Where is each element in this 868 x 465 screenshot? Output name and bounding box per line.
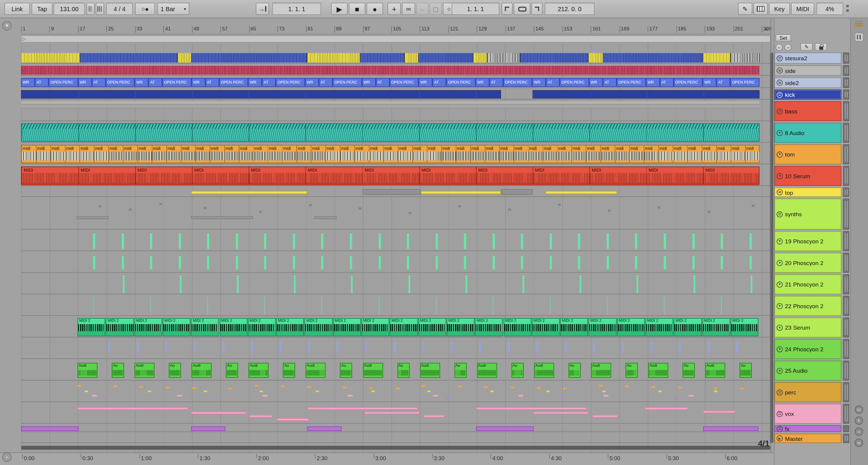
clip[interactable] — [249, 415, 272, 418]
clip[interactable]: WR — [134, 78, 149, 87]
clip[interactable] — [592, 415, 618, 418]
clip[interactable] — [21, 105, 760, 108]
set-locator-button[interactable]: Set — [776, 34, 791, 42]
clip[interactable]: AT — [546, 78, 560, 87]
time-ruler[interactable]: 0:000:301:001:302:002:303:003:304:004:30… — [0, 452, 868, 465]
clip[interactable]: WR — [191, 78, 205, 87]
clip[interactable] — [76, 216, 108, 219]
clip[interactable]: MIDI 2 — [163, 318, 190, 336]
clip[interactable]: OPEN PERC — [617, 78, 646, 87]
clip[interactable]: Audi — [134, 363, 155, 378]
stop-button[interactable]: ■ — [349, 3, 366, 15]
clip[interactable] — [21, 53, 80, 62]
track-lane-21-phoscyon-2[interactable] — [21, 274, 771, 294]
view-toggle-io[interactable]: IO — [855, 405, 863, 414]
clip[interactable]: AT — [603, 78, 617, 87]
track-header-22-phoscyon-2[interactable]: ▼22 Phoscyon 2 — [774, 296, 841, 316]
track-header-bass[interactable]: bass — [774, 101, 841, 121]
track-header-stesura2[interactable]: stesura2 — [774, 53, 841, 64]
track-header-synths[interactable]: synths — [774, 198, 841, 230]
clip[interactable]: Audi — [78, 363, 97, 378]
record-button[interactable]: ● — [366, 3, 383, 15]
clip[interactable]: AT — [489, 78, 503, 87]
clip[interactable]: MIDI 2 — [447, 318, 474, 336]
clip[interactable]: MIDI 2 — [674, 318, 702, 336]
view-toggle-r[interactable]: R — [855, 417, 863, 425]
clip[interactable]: AT — [205, 78, 219, 87]
clip[interactable] — [645, 407, 688, 410]
clip[interactable] — [421, 191, 501, 194]
clip[interactable]: AT — [433, 78, 446, 87]
track-header-21-phoscyon-2[interactable]: ▼21 Phoscyon 2 — [774, 274, 841, 294]
track-header-20-phoscyon-2[interactable]: ▼20 Phoscyon 2 — [774, 253, 841, 273]
bar-ruler[interactable]: 1917253341495765738189971051131211291371… — [21, 25, 771, 34]
clip[interactable]: MIDI 2 — [617, 318, 645, 336]
clip[interactable] — [703, 53, 731, 62]
clip[interactable]: Audi — [648, 363, 668, 378]
clip[interactable] — [363, 189, 421, 195]
track-header-19-phoscyon-2[interactable]: ▼19 Phoscyon 2 — [774, 231, 841, 251]
clip[interactable] — [476, 426, 534, 431]
track-header-fx[interactable]: fx — [774, 425, 841, 432]
clip[interactable]: MIDI 2 — [503, 318, 531, 336]
clip[interactable]: MIDI 2 — [134, 318, 162, 336]
clip[interactable] — [178, 53, 192, 62]
clip[interactable]: OPEN PERC — [390, 78, 418, 87]
clip[interactable]: Audi — [534, 363, 554, 378]
clip[interactable]: Au — [226, 363, 238, 378]
draw-automation-button[interactable]: ✎ — [800, 43, 812, 51]
loop-start-display[interactable]: 1. 1. 1 — [452, 3, 499, 15]
clip[interactable] — [520, 53, 589, 62]
clip[interactable]: MIDI 2 — [390, 318, 418, 336]
clip[interactable]: Au — [454, 363, 466, 378]
clip[interactable] — [533, 411, 588, 414]
track-lane-24-phoscyon-2[interactable] — [21, 339, 771, 359]
clip[interactable]: MIDI 2 — [78, 318, 105, 336]
clip[interactable]: OPEN PERC — [673, 78, 702, 87]
track-header-perc[interactable]: perc — [774, 382, 841, 402]
next-locator-button[interactable]: → — [784, 44, 792, 51]
clip[interactable]: WR — [21, 78, 35, 87]
clip[interactable] — [314, 216, 337, 219]
clip[interactable] — [21, 90, 501, 99]
quantization-menu[interactable]: 1 Bar ▾ — [157, 3, 189, 15]
clip[interactable]: OPEN PERC — [333, 78, 362, 87]
clip[interactable] — [307, 407, 418, 410]
clip[interactable]: WR — [78, 78, 92, 87]
clip[interactable] — [21, 426, 79, 431]
track-lane-20-phoscyon-2[interactable] — [21, 253, 771, 273]
scroll-left-icon[interactable]: ◀ — [765, 27, 768, 32]
clip[interactable] — [546, 191, 617, 194]
clip[interactable]: midimidimidimidimidimidimidimidimidimidi… — [21, 145, 760, 163]
clip[interactable]: Audi — [477, 363, 497, 378]
track-header-master[interactable]: ▶Master — [774, 434, 841, 443]
clip[interactable]: WR — [646, 78, 660, 87]
clip[interactable]: MIDI 2 — [418, 318, 446, 336]
clip[interactable]: Audi — [591, 363, 611, 378]
clip[interactable]: Au — [169, 363, 181, 378]
track-lane-synths[interactable] — [21, 198, 771, 230]
clip[interactable] — [360, 53, 405, 62]
midi-map-button[interactable]: MIDI — [791, 3, 814, 15]
clip[interactable] — [191, 191, 307, 194]
clip[interactable]: WR — [362, 78, 376, 87]
clip[interactable]: AT — [262, 78, 276, 87]
clip[interactable]: MIDI 2 — [191, 318, 219, 336]
clip[interactable]: Au — [740, 363, 752, 378]
clip[interactable]: MIDI 2 — [248, 318, 276, 336]
time-signature-display[interactable]: 4 / 4 — [106, 3, 133, 15]
track-lane-kick[interactable] — [21, 90, 771, 100]
clip[interactable]: MIDI 2 — [589, 318, 616, 336]
nudge-down-button[interactable] — [86, 3, 95, 15]
view-toggle-m[interactable]: M — [855, 439, 863, 447]
clip[interactable] — [191, 216, 253, 219]
clip[interactable] — [21, 101, 760, 105]
punch-in-button[interactable] — [502, 3, 513, 15]
clip[interactable]: WR — [589, 78, 603, 87]
clip[interactable]: AT — [319, 78, 333, 87]
clip[interactable] — [476, 407, 587, 410]
clip[interactable] — [405, 53, 418, 62]
clip[interactable]: MIDI 2 — [532, 318, 560, 336]
lock-envelopes-button[interactable] — [815, 43, 827, 51]
clip[interactable]: AT — [35, 78, 49, 87]
